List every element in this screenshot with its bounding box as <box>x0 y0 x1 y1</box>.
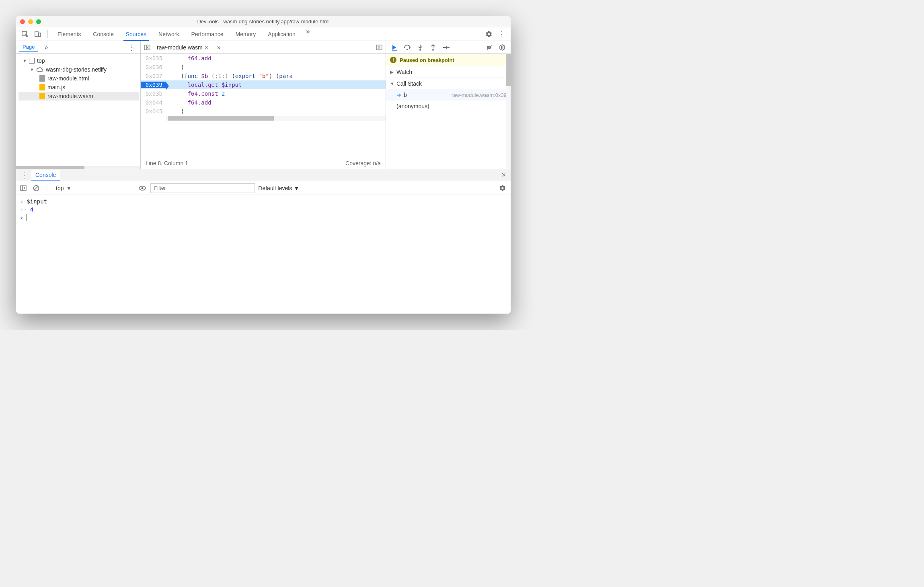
line-address[interactable]: 0x036 <box>141 64 166 70</box>
svg-point-8 <box>407 49 408 50</box>
line-content: f64.add <box>166 99 386 106</box>
tab-memory[interactable]: Memory <box>230 27 262 41</box>
log-levels-selector[interactable]: Default levels ▼ <box>258 185 299 191</box>
file-tab[interactable]: raw-module.wasm × <box>154 44 211 51</box>
svg-rect-2 <box>39 33 41 37</box>
collapse-icon: ▶ <box>390 70 394 75</box>
line-content: f64.add <box>166 55 386 62</box>
code-line[interactable]: 0x036 ) <box>141 63 386 72</box>
stack-frame[interactable]: (anonymous) <box>386 101 511 112</box>
console-filter-input[interactable] <box>150 183 255 193</box>
code-line[interactable]: 0x03b f64.const 2 <box>141 89 386 98</box>
frame-function: (anonymous) <box>396 103 429 109</box>
toggle-debugger-icon[interactable] <box>374 43 384 52</box>
tabs-overflow-icon[interactable]: » <box>302 27 314 41</box>
close-tab-icon[interactable]: × <box>205 44 208 51</box>
paused-message: Paused on breakpoint <box>400 57 454 63</box>
code-line[interactable]: 0x045 ) <box>141 107 386 116</box>
tree-node-domain[interactable]: ▼ wasm-dbg-stories.netlify <box>18 65 139 74</box>
code-line[interactable]: 0x039 local.get $input <box>141 80 386 89</box>
svg-point-14 <box>448 47 450 48</box>
console-prompt[interactable]: › <box>20 213 507 222</box>
toggle-navigator-icon[interactable] <box>142 43 152 52</box>
section-label: Watch <box>396 69 412 75</box>
file-tabs-overflow-icon[interactable]: » <box>213 44 225 51</box>
tab-performance[interactable]: Performance <box>185 27 229 41</box>
line-content: ) <box>166 64 386 70</box>
traffic-lights <box>20 19 41 24</box>
code-line[interactable]: 0x037 (func $b (;1;) (export "b") (para <box>141 72 386 80</box>
frame-function: b <box>404 92 407 98</box>
tree-label: wasm-dbg-stories.netlify <box>46 66 107 73</box>
line-address[interactable]: 0x03b <box>141 90 166 97</box>
drawer-tab-console[interactable]: Console <box>31 170 60 181</box>
tree-file-html[interactable]: raw-module.html <box>18 74 139 83</box>
code-line[interactable]: 0x044 f64.add <box>141 98 386 107</box>
minimize-window-button[interactable] <box>28 19 33 24</box>
device-toggle-icon[interactable] <box>32 29 43 40</box>
debugger-vscrollbar[interactable] <box>506 54 511 169</box>
tab-elements[interactable]: Elements <box>52 27 86 41</box>
settings-gear-icon[interactable] <box>483 31 495 38</box>
svg-line-22 <box>35 186 38 190</box>
inspect-element-icon[interactable] <box>19 29 31 40</box>
tab-network[interactable]: Network <box>153 27 185 41</box>
step-out-button[interactable] <box>427 42 439 53</box>
live-expression-icon[interactable] <box>138 183 147 193</box>
console-text: $input <box>27 198 47 205</box>
tree-file-wasm[interactable]: raw-module.wasm <box>18 92 139 101</box>
console-output[interactable]: › $input ‹· 4 › <box>16 195 511 314</box>
file-tab-label: raw-module.wasm <box>157 44 203 51</box>
maximize-window-button[interactable] <box>36 19 41 24</box>
console-sidebar-toggle-icon[interactable] <box>18 183 28 193</box>
deactivate-breakpoints-button[interactable] <box>483 42 495 53</box>
tab-sources[interactable]: Sources <box>120 27 152 41</box>
navigator-hscrollbar[interactable] <box>16 166 140 169</box>
stack-frame[interactable]: ➔b raw-module.wasm:0x39 <box>386 89 511 101</box>
tree-file-js[interactable]: main.js <box>18 83 139 92</box>
drawer-close-icon[interactable]: × <box>499 171 508 179</box>
step-button[interactable] <box>440 42 452 53</box>
tab-console[interactable]: Console <box>87 27 119 41</box>
step-into-button[interactable] <box>414 42 426 53</box>
navigator-menu-icon[interactable]: ⋮ <box>126 43 137 52</box>
pause-on-exceptions-button[interactable] <box>496 42 508 53</box>
svg-rect-1 <box>35 32 38 37</box>
console-settings-icon[interactable] <box>497 185 508 192</box>
watch-header[interactable]: ▶ Watch <box>386 66 511 78</box>
tree-label: raw-module.wasm <box>47 93 93 99</box>
cursor-position: Line 8, Column 1 <box>146 160 188 166</box>
line-content: local.get $input <box>166 82 386 88</box>
line-address[interactable]: 0x035 <box>141 55 166 62</box>
step-over-button[interactable] <box>401 42 413 53</box>
output-marker-icon: ‹· <box>20 206 27 213</box>
tab-application[interactable]: Application <box>262 27 301 41</box>
console-toolbar: top ▼ Default levels ▼ <box>16 181 511 195</box>
current-frame-icon: ➔ <box>396 92 401 98</box>
line-address[interactable]: 0x037 <box>141 73 166 79</box>
execution-context-selector[interactable]: top ▼ <box>53 184 75 192</box>
line-content: f64.const 2 <box>166 90 386 97</box>
clear-console-icon[interactable] <box>31 183 41 193</box>
console-entry-output: ‹· 4 <box>20 205 507 213</box>
navigator-tabs-overflow-icon[interactable]: » <box>40 44 52 51</box>
line-address[interactable]: 0x045 <box>141 108 166 115</box>
section-label: Call Stack <box>396 80 422 87</box>
editor-hscrollbar[interactable] <box>166 116 386 121</box>
console-entry-input: › $input <box>20 197 507 205</box>
close-window-button[interactable] <box>20 19 25 24</box>
code-editor[interactable]: 0x035 f64.add0x036 )0x037 (func $b (;1;)… <box>141 54 386 157</box>
line-content: ) <box>166 108 386 115</box>
line-address[interactable]: 0x039 <box>141 82 166 88</box>
code-line[interactable]: 0x035 f64.add <box>141 54 386 63</box>
callstack-header[interactable]: ▼ Call Stack <box>386 78 511 89</box>
navigator-tab-page[interactable]: Page <box>19 42 38 52</box>
frame-location: raw-module.wasm:0x39 <box>452 92 507 98</box>
more-menu-icon[interactable]: ⋮ <box>496 30 507 39</box>
callstack-section: ▼ Call Stack ➔b raw-module.wasm:0x39 (an… <box>386 78 511 112</box>
line-address[interactable]: 0x044 <box>141 99 166 106</box>
panel-tabs: Elements Console Sources Network Perform… <box>52 27 475 41</box>
drawer-menu-icon[interactable]: ⋮ <box>18 171 30 180</box>
resume-button[interactable] <box>388 42 400 53</box>
tree-node-top[interactable]: ▼ top <box>18 56 139 65</box>
